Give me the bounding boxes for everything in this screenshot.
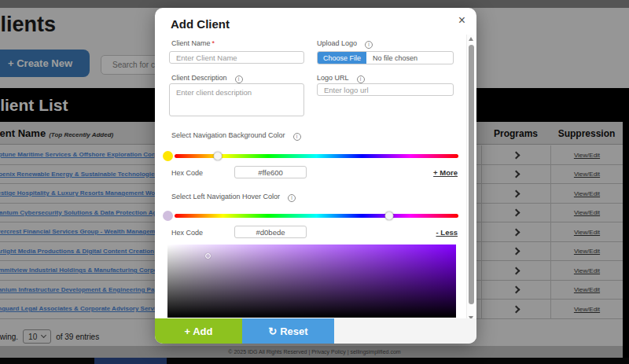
- nav-bg-hex-row: Hex Code + More: [155, 166, 476, 178]
- nav-bg-color-label: Select Navigation Background Colori: [171, 131, 301, 141]
- modal-title: Add Client: [171, 17, 230, 31]
- upload-logo-label: Upload Logoi: [317, 39, 373, 49]
- reset-button[interactable]: ↻ Reset: [242, 318, 334, 344]
- modal-footer: + Add ↻ Reset: [155, 318, 476, 344]
- nav-hover-color-swatch: [163, 211, 173, 221]
- more-toggle-link[interactable]: + More: [433, 168, 458, 177]
- less-toggle-link[interactable]: - Less: [436, 228, 458, 237]
- modal-scrollbar[interactable]: [466, 35, 474, 322]
- info-icon[interactable]: i: [293, 133, 301, 141]
- add-client-modal: Add Client × Client Name* Upload Logoi C…: [155, 8, 476, 344]
- hex-code-label: Hex Code: [171, 229, 203, 237]
- reset-icon: ↻: [268, 325, 277, 337]
- hue-slider-handle[interactable]: [384, 211, 393, 220]
- nav-bg-color-swatch: [163, 151, 173, 161]
- nav-bg-hue-slider-row: [155, 151, 476, 161]
- client-description-input[interactable]: [169, 83, 304, 116]
- file-status: No file chosen: [366, 52, 417, 64]
- nav-hover-hex-row: Hex Code - Less: [155, 226, 476, 238]
- info-icon[interactable]: i: [365, 41, 373, 49]
- upload-logo-input[interactable]: Choose File No file chosen: [317, 51, 454, 64]
- hex-code-label: Hex Code: [171, 169, 203, 177]
- info-icon[interactable]: i: [288, 194, 296, 202]
- logo-url-input[interactable]: [317, 83, 454, 96]
- logo-url-label: Logo URLi: [317, 74, 365, 83]
- footer-filler: [334, 318, 476, 344]
- scroll-up-icon[interactable]: [469, 37, 473, 41]
- nav-hover-hue-slider-row: [155, 211, 476, 221]
- screen: Clients + Create New Client List Client …: [0, 0, 629, 364]
- saturation-picker[interactable]: [167, 245, 456, 318]
- nav-hover-color-label: Select Left Navigation Hover Colori: [171, 193, 296, 202]
- client-name-input[interactable]: [169, 51, 304, 64]
- choose-file-button[interactable]: Choose File: [318, 52, 366, 64]
- nav-hover-hue-slider[interactable]: [175, 214, 458, 218]
- saturation-marker[interactable]: [205, 253, 211, 259]
- close-icon[interactable]: ×: [458, 14, 465, 27]
- info-icon[interactable]: i: [357, 75, 365, 83]
- nav-hover-hex-input[interactable]: [234, 226, 307, 238]
- nav-bg-hue-slider[interactable]: [175, 154, 458, 158]
- info-icon[interactable]: i: [235, 75, 243, 83]
- client-name-label: Client Name*: [171, 39, 215, 47]
- nav-bg-hex-input[interactable]: [234, 166, 307, 178]
- client-description-label: Client Descriptioni: [171, 74, 243, 83]
- add-button[interactable]: + Add: [155, 318, 242, 344]
- required-asterisk: *: [212, 39, 215, 47]
- hue-slider-handle[interactable]: [213, 152, 222, 160]
